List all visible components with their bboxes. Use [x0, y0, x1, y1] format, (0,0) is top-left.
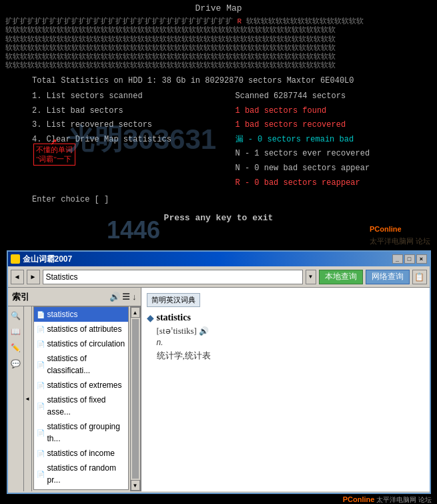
local-search-button[interactable]: 本地查询: [319, 270, 363, 284]
dict-headword: statistics: [157, 312, 211, 323]
list-item-text: statistics of income: [47, 447, 115, 459]
terminal-area: Drive Map 扩扩扩扩扩扩扩扩扩扩扩扩扩扩扩扩扩扩扩扩扩扩扩扩扩扩扩扩扩扩…: [0, 0, 437, 250]
list-item[interactable]: 📄 statistics of random pr...: [34, 461, 128, 487]
sidebar-word-list: 📄 statistics 📄 statistics of attributes …: [33, 306, 129, 490]
list-item-text: statistics of grouping th...: [47, 421, 125, 445]
menu-section: 1. List sectors scanned 2. List bad sect…: [5, 89, 432, 190]
clipboard-icon-button[interactable]: 📋: [412, 270, 427, 284]
dict-sidebar: 索引 🔊 ☰ ↓ 🔍 📖 ✏️ 💬 ◄: [8, 288, 141, 491]
list-item-text: statistics: [47, 308, 78, 320]
stat-bad-found: 1 bad sectors found: [236, 104, 432, 119]
scroll-thumb[interactable]: [132, 319, 139, 479]
forum-name: 太平洋电脑网: [376, 496, 416, 503]
dict-pos: n.: [157, 338, 211, 347]
list-item[interactable]: 📄 statistics of classificati...: [34, 351, 128, 378]
item-doc-icon: 📄: [37, 324, 45, 334]
app-icon: [11, 254, 20, 264]
list-item-text: statistics of extremes: [47, 379, 122, 391]
red-arrow-icon: ↗: [50, 134, 57, 150]
web-search-button[interactable]: 网络查询: [366, 270, 410, 284]
enter-choice: Enter choice [ ]: [5, 194, 432, 206]
list-item-text: statistics of rupture: [47, 489, 115, 490]
terminal-title: Drive Map: [5, 3, 432, 15]
list-item-text: statistics of attributes: [47, 323, 122, 335]
speaker-icon[interactable]: 🔊: [199, 326, 209, 336]
list-item[interactable]: 📄 statistics of fixed asse...: [34, 393, 128, 419]
item-doc-icon: 📄: [37, 469, 45, 479]
maximize-button[interactable]: □: [404, 254, 415, 264]
item-doc-icon: 📄: [37, 490, 45, 491]
minimize-button[interactable]: _: [392, 254, 403, 264]
list-item[interactable]: 📄 statistics of income: [34, 446, 128, 461]
dict-bullet-icon: ◆: [147, 312, 154, 323]
sidebar-tab-icons: 🔍 📖 ✏️ 💬: [8, 306, 24, 491]
stat-remain-bad: 漏 - 0 sectors remain bad: [236, 133, 432, 148]
search-dropdown[interactable]: ▼: [306, 270, 316, 284]
dict-toolbar: ◄ ► ▼ 本地查询 网络查询 📋: [8, 266, 430, 288]
menu-left: 1. List sectors scanned 2. List bad sect…: [32, 89, 229, 190]
stat-ever-recovered: N - 1 sectors ever recovered: [236, 147, 432, 162]
sidebar-header-label: 索引: [12, 291, 29, 303]
list-item[interactable]: 📄 statistics of circulation: [34, 336, 128, 351]
dict-source-tag: 简明英汉词典: [147, 293, 200, 307]
forward-button[interactable]: ►: [27, 270, 40, 284]
menu-item-1: 1. List sectors scanned: [32, 89, 229, 104]
tab-icon-search[interactable]: 🔍: [9, 309, 23, 322]
list-item-text: statistics of random pr...: [47, 462, 125, 486]
item-doc-icon: 📄: [37, 360, 45, 370]
sidebar-scrollbar: ▲ ▼: [130, 306, 141, 491]
layout-icon[interactable]: ☰: [122, 292, 130, 302]
search-input[interactable]: [43, 270, 303, 284]
bottom-bar: PConline 太平洋电脑网 论坛: [0, 494, 437, 504]
pconline-footer-text: PConline 太平洋电脑网 论坛: [343, 495, 432, 504]
stat-reappear: R - 0 bad sectors reappear: [236, 176, 432, 191]
stat-bad-recovered: 1 bad sectors recovered: [236, 118, 432, 133]
menu-item-2: 2. List bad sectors: [32, 104, 229, 119]
sidebar-header: 索引 🔊 ☰ ↓: [8, 288, 141, 306]
pconline-watermark: PConline 太平洋电脑网 论坛: [370, 223, 430, 247]
menu-right: Scanned 6287744 sectors 1 bad sectors fo…: [229, 89, 432, 190]
sound-icon[interactable]: 🔊: [109, 292, 120, 302]
tab-icon-edit[interactable]: ✏️: [9, 341, 23, 354]
list-item[interactable]: 📄 statistics: [34, 307, 128, 322]
list-item-text: statistics of circulation: [47, 338, 125, 350]
scroll-down-button[interactable]: ▼: [131, 480, 140, 491]
sidebar-header-icons: 🔊 ☰ ↓: [109, 292, 137, 302]
close-button[interactable]: ×: [416, 254, 427, 264]
tab-icon-book[interactable]: 📖: [9, 325, 23, 338]
stat-scanned: Scanned 6287744 sectors: [236, 89, 432, 104]
download-icon[interactable]: ↓: [132, 292, 137, 302]
list-item-text: statistics of classificati...: [47, 352, 125, 376]
list-item-text: statistics of fixed asse...: [47, 394, 125, 418]
list-item[interactable]: 📄 statistics of extremes: [34, 378, 128, 393]
item-doc-icon: 📄: [37, 381, 45, 391]
dict-titlebar: 金山词霸2007 _ □ ×: [8, 252, 430, 266]
scroll-up-button[interactable]: ▲: [131, 307, 140, 318]
item-doc-icon: 📄: [37, 339, 45, 349]
dict-window: 金山词霸2007 _ □ × ◄ ► ▼ 本地查询 网络查询 📋 索引 🔊 ☰: [7, 250, 431, 494]
list-item[interactable]: 📄 statistics of attributes: [34, 322, 128, 336]
back-button[interactable]: ◄: [11, 270, 24, 284]
stats-total-line: Total Statistics on HDD 1: 38 Gb in 8029…: [32, 75, 432, 87]
menu-item-3: 3. List recovered sectors: [32, 118, 229, 133]
press-key: Press any key to exit: [5, 212, 432, 224]
pconline-logo: PConline: [343, 495, 375, 503]
item-doc-icon: 📄: [37, 401, 45, 411]
titlebar-buttons[interactable]: _ □ ×: [392, 254, 427, 264]
item-doc-icon: 📄: [37, 310, 45, 320]
list-item[interactable]: 📄 statistics of grouping th...: [34, 419, 128, 446]
dict-main: 索引 🔊 ☰ ↓ 🔍 📖 ✏️ 💬 ◄: [8, 288, 430, 491]
sidebar-list-area: 📄 statistics 📄 statistics of attributes …: [32, 306, 141, 491]
drive-map-display: 扩扩扩扩扩扩扩扩扩扩扩扩扩扩扩扩扩扩扩扩扩扩扩扩扩扩扩扩扩扩扩 R 软软软软软软…: [5, 17, 432, 70]
list-item[interactable]: 📄 statistics of rupture: [34, 487, 128, 490]
forum-separator: 论坛: [418, 496, 432, 503]
item-doc-icon: 📄: [37, 449, 45, 459]
stat-new-bad: N - 0 new bad sectors appear: [236, 162, 432, 176]
dict-definition: 统计学,统计表: [157, 350, 211, 362]
dict-phonetic: [stəˈtistiks] 🔊: [157, 326, 211, 336]
tab-icon-chat[interactable]: 💬: [9, 357, 23, 370]
app-title: 金山词霸2007: [23, 254, 73, 265]
dict-content-area: 简明英汉词典 ◆ statistics [stəˈtistiks] 🔊 n. 统…: [141, 288, 430, 491]
sidebar-collapse-button[interactable]: ◄: [24, 306, 32, 491]
dict-titlebar-title: 金山词霸2007: [11, 254, 73, 265]
